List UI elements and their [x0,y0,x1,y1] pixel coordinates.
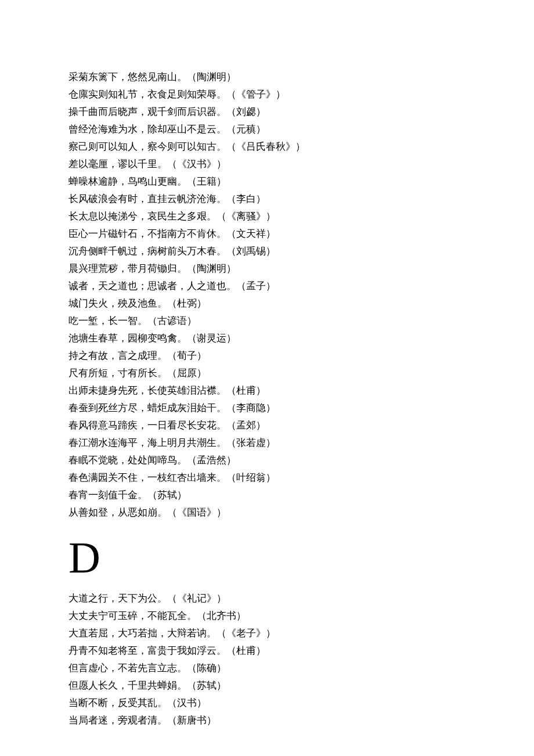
quote-line: 大直若屈，大巧若拙，大辩若讷。（《老子》） [68,625,466,642]
quote-line: 长风破浪会有时，直挂云帆济沧海。（李白） [68,190,466,208]
quote-line: 丹青不知老将至，富贵于我如浮云。（杜甫） [68,642,466,660]
quote-line: 察己则可以知人，察今则可以知古。（《吕氏春秋》） [68,138,466,156]
quote-line: 蝉噪林逾静，鸟鸣山更幽。（王籍） [68,173,466,190]
quote-line: 春眠不觉晓，处处闻啼鸟。（孟浩然） [68,452,466,469]
quote-line: 春宵一刻值千金。（苏轼） [68,487,466,504]
quote-line: 池塘生春草，园柳变鸣禽。（谢灵运） [68,330,466,347]
quote-line: 操千曲而后晓声，观千剑而后识器。（刘勰） [68,103,466,121]
quote-line: 沉舟侧畔千帆过，病树前头万木春。（刘禹锡） [68,243,466,260]
quote-line: 持之有故，言之成理。（荀子） [68,347,466,365]
quote-line: 当局者迷，旁观者清。（新唐书） [68,712,466,729]
quote-line: 采菊东篱下，悠然见南山。（陶渊明） [68,69,466,86]
quote-line: 晨兴理荒秽，带月荷锄归。（陶渊明） [68,260,466,278]
section-d-content: 大道之行，天下为公。（《礼记》） 大丈夫宁可玉碎，不能瓦全。（北齐书） 大直若屈… [68,590,466,729]
quote-line: 当断不断，反受其乱。（汉书） [68,694,466,712]
section-c-content: 采菊东篱下，悠然见南山。（陶渊明） 仓廪实则知礼节，衣食足则知荣辱。（《管子》）… [68,69,466,521]
section-d-header: D [68,535,466,579]
quote-line: 但言虚心，不若先言立志。（陈确） [68,660,466,677]
quote-line: 尺有所短，寸有所长。（屈原） [68,365,466,382]
quote-line: 长太息以掩涕兮，哀民生之多艰。（《离骚》） [68,208,466,225]
quote-line: 臣心一片磁针石，不指南方不肯休。（文天祥） [68,225,466,243]
quote-line: 从善如登，从恶如崩。（《国语》） [68,504,466,521]
quote-line: 春色满园关不住，一枝红杏出墙来。（叶绍翁） [68,469,466,487]
quote-line: 大丈夫宁可玉碎，不能瓦全。（北齐书） [68,607,466,625]
quote-line: 大道之行，天下为公。（《礼记》） [68,590,466,607]
quote-line: 仓廪实则知礼节，衣食足则知荣辱。（《管子》） [68,86,466,103]
quote-line: 春风得意马蹄疾，一日看尽长安花。（孟郊） [68,417,466,434]
quote-line: 曾经沧海难为水，除却巫山不是云。（元稹） [68,121,466,138]
quote-line: 但愿人长久，千里共蝉娟。（苏轼） [68,677,466,694]
quote-line: 春蚕到死丝方尽，蜡炬成灰泪始干。（李商隐） [68,399,466,417]
quote-line: 春江潮水连海平，海上明月共潮生。（张若虚） [68,434,466,452]
quote-line: 城门失火，殃及池鱼。（杜弼） [68,295,466,312]
quote-line: 诚者，天之道也；思诚者，人之道也。（孟子） [68,278,466,295]
quote-line: 吃一堑，长一智。（古谚语） [68,312,466,330]
quote-line: 出师未捷身先死，长使英雄泪沾襟。（杜甫） [68,382,466,399]
quote-line: 差以毫厘，谬以千里。（《汉书》） [68,156,466,173]
